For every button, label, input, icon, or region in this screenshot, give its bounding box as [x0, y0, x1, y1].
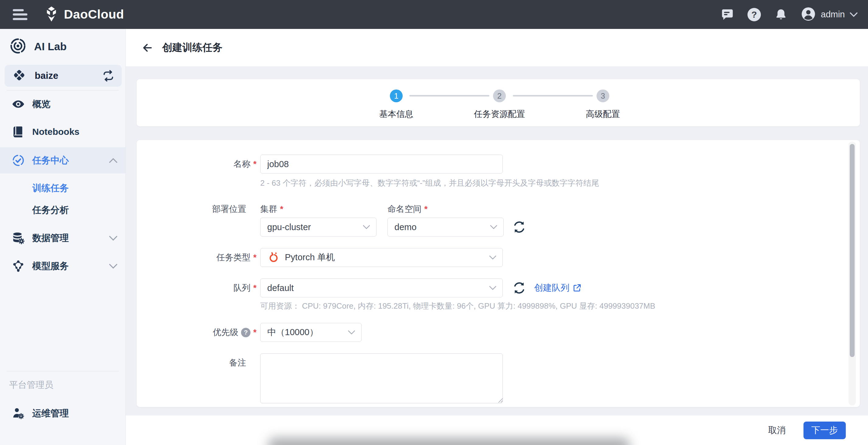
avatar [801, 6, 816, 23]
workspace-selector[interactable]: baize [5, 65, 122, 87]
stepper: 1 基本信息 2 任务资源配置 3 高级配置 [137, 79, 860, 126]
step-basic-info: 1 基本信息 [351, 90, 442, 120]
namespace-select[interactable]: demo [388, 218, 504, 236]
cluster-label: 集群* [260, 200, 283, 219]
workspace-icon [12, 68, 26, 84]
next-step-button[interactable]: 下一步 [804, 421, 846, 439]
chevron-down-icon [489, 286, 496, 290]
refresh-namespace-icon[interactable] [512, 220, 526, 235]
external-link-icon [572, 283, 582, 292]
ai-lab-icon [9, 37, 27, 56]
name-hint: 2 - 63 个字符，必须由小写字母、数字字符或“-”组成，并且必须以字母开头及… [260, 178, 599, 188]
deploy-location-label: 部署位置 [137, 200, 256, 219]
step-label: 高级配置 [557, 108, 649, 120]
notification-bell-icon[interactable] [774, 8, 788, 22]
topbar: DaoCloud ? [0, 0, 868, 29]
workspace-switch-icon[interactable] [102, 69, 115, 83]
divider [7, 90, 119, 90]
cluster-select[interactable]: gpu-cluster [260, 218, 376, 236]
remark-label: 备注 [137, 353, 256, 372]
form-scrollbar-thumb[interactable] [850, 144, 855, 357]
remark-textarea[interactable] [260, 353, 503, 403]
step-number[interactable]: 3 [596, 90, 609, 102]
sidebar-item-job-analysis[interactable]: 任务分析 [0, 197, 125, 223]
sidebar-item-data-management[interactable]: 数据管理 [0, 225, 125, 251]
sidebar-item-notebooks[interactable]: Notebooks [0, 119, 125, 145]
sidebar-item-ops-management[interactable]: 运维管理 [0, 400, 125, 426]
step-advanced-config: 3 高级配置 [557, 90, 649, 120]
product-name: AI Lab [34, 40, 67, 53]
cancel-button[interactable]: 取消 [768, 424, 786, 437]
page-title: 创建训练任务 [162, 41, 222, 55]
sidebar-item-task-center[interactable]: 任务中心 [0, 147, 125, 173]
create-queue-link[interactable]: 创建队列 [534, 281, 582, 295]
help-icon[interactable]: ? [747, 8, 761, 22]
refresh-queue-icon[interactable] [512, 281, 526, 296]
sidebar-item-overview[interactable]: 概览 [0, 91, 125, 117]
notebook-icon [11, 125, 25, 138]
topbar-actions: ? admin [720, 6, 868, 23]
workspace-name: baize [35, 70, 58, 81]
form-scrollbar-track [848, 141, 856, 406]
chevron-down-icon [363, 225, 370, 229]
sidebar-item-label: 运维管理 [32, 407, 69, 420]
eye-icon [11, 97, 25, 111]
brand: DaoCloud [43, 6, 124, 24]
required-mark: * [253, 253, 256, 262]
chat-icon[interactable] [720, 8, 734, 22]
sidebar-item-label: 概览 [32, 98, 51, 110]
priority-select[interactable]: 中（10000） [260, 323, 362, 342]
job-type-value: Pytorch 单机 [285, 251, 335, 263]
step-number[interactable]: 2 [493, 90, 506, 102]
chevron-down-icon [489, 255, 496, 260]
model-graph-icon [11, 259, 25, 273]
chevron-down-icon [348, 330, 355, 335]
username: admin [821, 9, 845, 20]
chevron-down-icon [109, 235, 118, 241]
brand-name: DaoCloud [64, 7, 124, 22]
priority-label: 优先级 ? * [137, 323, 256, 342]
namespace-select-value: demo [395, 222, 417, 232]
chevron-down-icon [490, 225, 497, 229]
available-resources-hint: 可用资源： CPU: 979Core, 内存: 195.28Ti, 物理卡数量:… [260, 301, 655, 311]
page-header: 创建训练任务 [126, 29, 868, 66]
name-input[interactable] [260, 155, 503, 173]
queue-select[interactable]: default [260, 279, 503, 297]
queue-select-value: default [267, 283, 294, 293]
app-window: DaoCloud ? [0, 0, 868, 445]
cluster-select-value: gpu-cluster [267, 222, 311, 232]
step-number[interactable]: 1 [390, 90, 403, 102]
priority-select-value: 中（10000） [267, 326, 318, 339]
sidebar-item-model-services[interactable]: 模型服务 [0, 253, 125, 279]
chevron-up-icon [109, 158, 118, 163]
sidebar: AI Lab baize [0, 29, 126, 445]
required-mark: * [253, 283, 256, 293]
back-arrow-icon[interactable] [142, 42, 154, 54]
pytorch-icon [267, 251, 280, 264]
daocloud-logo-icon [43, 6, 60, 24]
required-mark: * [253, 159, 256, 169]
queue-label: 队列* [137, 279, 256, 297]
hamburger-menu-icon[interactable] [13, 9, 28, 20]
step-label: 任务资源配置 [454, 108, 545, 120]
bottom-shadow [268, 438, 630, 445]
sidebar-section-label: 平台管理员 [9, 379, 53, 391]
user-menu[interactable]: admin [801, 6, 858, 23]
name-field-label: 名称* [137, 155, 256, 173]
step-resource-config: 2 任务资源配置 [454, 90, 545, 120]
step-label: 基本信息 [351, 108, 442, 120]
namespace-label: 命名空间* [388, 200, 428, 219]
divider [7, 371, 119, 371]
basic-info-form: 名称* 2 - 63 个字符，必须由小写字母、数字字符或“-”组成，并且必须以字… [137, 140, 860, 407]
sidebar-item-label: 训练任务 [32, 182, 69, 194]
sidebar-item-label: 数据管理 [32, 232, 69, 245]
main-area: 创建训练任务 1 基本信息 2 任务资源配置 3 高级配置 名称* [126, 29, 868, 445]
chevron-down-icon [109, 263, 118, 269]
required-mark: * [253, 327, 256, 337]
job-type-select[interactable]: Pytorch 单机 [260, 248, 503, 267]
sidebar-item-label: 任务中心 [32, 154, 69, 167]
priority-help-icon[interactable]: ? [241, 328, 250, 337]
sidebar-item-label: 任务分析 [32, 204, 69, 216]
database-icon [11, 231, 25, 245]
chevron-down-icon [850, 12, 858, 17]
